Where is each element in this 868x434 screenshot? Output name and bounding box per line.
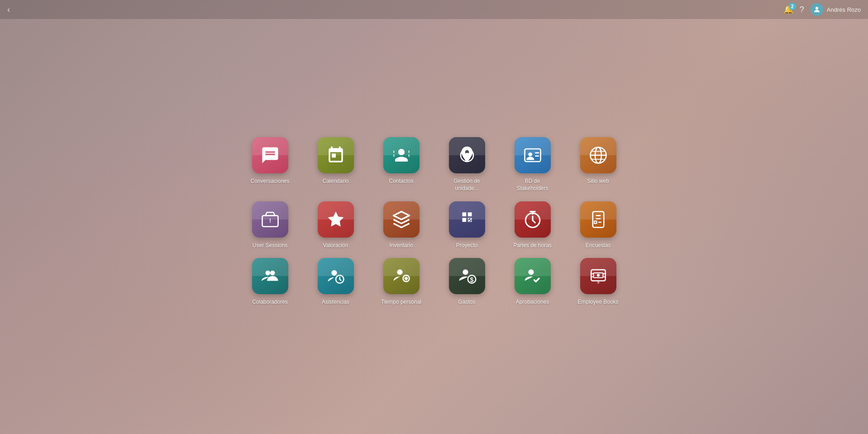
app-icon-partes-horas <box>515 201 551 238</box>
app-label-gastos: Gastos <box>458 299 475 306</box>
svg-rect-4 <box>408 155 409 157</box>
svg-point-0 <box>816 7 818 10</box>
avatar <box>811 3 823 16</box>
app-label-bd-stakeholders: BD de Stakeholders <box>510 178 555 192</box>
help-icon[interactable]: ? <box>800 5 804 14</box>
app-item-partes-horas[interactable]: Partes de horas <box>506 201 558 249</box>
app-icon-proyecto <box>449 201 485 238</box>
app-label-encuestas: Encuestas <box>585 242 610 249</box>
app-icon-bd-stakeholders <box>515 137 551 173</box>
app-item-sitio-web[interactable]: Sitio web <box>572 137 624 192</box>
svg-rect-1 <box>393 151 394 153</box>
app-item-inventario[interactable]: Inventario <box>375 201 427 249</box>
svg-text:$: $ <box>470 276 473 283</box>
app-item-aprobaciones[interactable]: Aprobaciones <box>506 258 558 306</box>
app-label-conversaciones: Conversaciones <box>250 178 289 185</box>
svg-point-26 <box>270 271 275 276</box>
svg-point-37 <box>596 274 599 277</box>
app-item-calendario[interactable]: Calendario <box>310 137 362 192</box>
svg-rect-2 <box>393 155 394 157</box>
topbar-left: ‹ <box>7 5 10 14</box>
app-label-valoracion: Valoración <box>323 242 348 249</box>
app-icon-valoracion <box>318 201 354 238</box>
app-icon-gestion <box>449 137 485 173</box>
app-icon-gastos: $ <box>449 258 485 294</box>
notification-icon[interactable]: 🔔 2 <box>783 5 793 14</box>
svg-text:!: ! <box>269 218 271 224</box>
app-label-user-sessions: User Sessions <box>253 242 287 249</box>
notification-badge: 2 <box>789 3 796 10</box>
app-label-tiempo-personal: Tiempo personal <box>381 299 421 306</box>
svg-point-25 <box>265 271 270 276</box>
app-icon-aprobaciones <box>515 258 551 294</box>
svg-point-34 <box>528 269 534 275</box>
app-icon-colaboradores <box>252 258 288 294</box>
app-label-proyecto: Proyecto <box>456 242 477 249</box>
svg-rect-20 <box>592 211 604 227</box>
app-item-employee-books[interactable]: $ Employee Books <box>572 258 624 306</box>
svg-text:$: $ <box>597 280 599 284</box>
svg-point-8 <box>528 153 532 157</box>
app-icon-asistencias <box>318 258 354 294</box>
user-name: Andrés Rozo <box>827 6 861 13</box>
back-button[interactable]: ‹ <box>7 5 10 14</box>
app-item-valoracion[interactable]: Valoración <box>310 201 362 249</box>
app-item-asistencias[interactable]: Asistencias <box>310 258 362 306</box>
app-item-gestion[interactable]: Gestión de unidade... <box>441 137 493 192</box>
app-icon-encuestas <box>580 201 616 238</box>
app-icon-conversaciones <box>252 137 288 173</box>
svg-point-31 <box>463 269 468 275</box>
svg-rect-3 <box>408 151 409 153</box>
app-item-conversaciones[interactable]: Conversaciones <box>244 137 296 192</box>
app-label-calendario: Calendario <box>322 178 348 185</box>
app-label-sitio-web: Sitio web <box>587 178 609 185</box>
app-item-bd-stakeholders[interactable]: BD de Stakeholders <box>506 137 558 192</box>
app-icon-inventario <box>383 201 420 238</box>
topbar-right: 🔔 2 ? Andrés Rozo <box>783 3 861 16</box>
app-label-asistencias: Asistencias <box>322 299 349 306</box>
app-label-colaboradores: Colaboradores <box>252 299 288 306</box>
svg-point-29 <box>397 269 402 275</box>
app-icon-user-sessions: ! <box>252 201 288 238</box>
app-icon-tiempo-personal <box>383 258 420 294</box>
app-item-tiempo-personal[interactable]: Tiempo personal <box>375 258 427 306</box>
svg-rect-23 <box>594 221 596 223</box>
svg-point-27 <box>331 270 337 276</box>
app-icon-calendario <box>318 137 354 173</box>
app-grid: Conversaciones Calendario Contactos Gest… <box>244 137 624 305</box>
topbar: ‹ 🔔 2 ? Andrés Rozo <box>0 0 868 19</box>
app-item-user-sessions[interactable]: ! User Sessions <box>244 201 296 249</box>
app-item-gastos[interactable]: $ Gastos <box>441 258 493 306</box>
app-icon-employee-books: $ <box>580 258 616 294</box>
app-item-contactos[interactable]: Contactos <box>375 137 427 192</box>
app-icon-sitio-web <box>580 137 616 173</box>
app-item-colaboradores[interactable]: Colaboradores <box>244 258 296 306</box>
app-grid-wrapper: Conversaciones Calendario Contactos Gest… <box>0 0 868 434</box>
app-label-contactos: Contactos <box>389 178 413 185</box>
app-label-aprobaciones: Aprobaciones <box>516 299 549 306</box>
user-info[interactable]: Andrés Rozo <box>811 3 861 16</box>
app-label-inventario: Inventario <box>389 242 413 249</box>
app-item-proyecto[interactable]: Proyecto <box>441 201 493 249</box>
app-label-gestion: Gestión de unidade... <box>444 178 490 192</box>
app-icon-contactos <box>383 137 420 173</box>
app-label-employee-books: Employee Books <box>577 299 618 306</box>
app-item-encuestas[interactable]: Encuestas <box>572 201 624 249</box>
app-label-partes-horas: Partes de horas <box>513 242 552 249</box>
